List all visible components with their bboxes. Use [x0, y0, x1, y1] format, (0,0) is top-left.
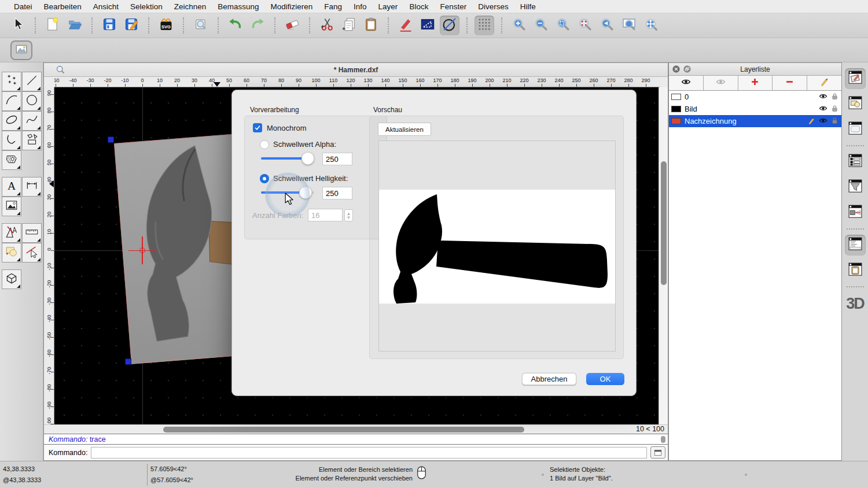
tool-polygon-button[interactable] [22, 131, 42, 150]
export-svg-button[interactable]: SVG [156, 16, 176, 35]
selection-handle-top-left[interactable] [108, 136, 114, 143]
alpha-threshold-field[interactable] [322, 153, 352, 165]
layer-color-swatch[interactable] [671, 118, 681, 124]
menu-bemassung[interactable]: Bemassung [212, 2, 264, 11]
layer-lock-icon[interactable] [830, 104, 839, 114]
vertical-scrollbar[interactable] [659, 87, 668, 424]
layer-list-panel-button[interactable] [845, 68, 866, 89]
menu-ansicht[interactable]: Ansicht [87, 2, 124, 11]
projection-panel-button[interactable] [845, 202, 866, 223]
filter-panel-button[interactable] [845, 177, 866, 198]
clipboard-panel-button[interactable] [845, 260, 866, 281]
open-file-button[interactable] [65, 16, 84, 35]
pan-button[interactable] [641, 16, 661, 35]
image-tool-button[interactable] [10, 40, 32, 60]
horizontal-scrollbar-thumb[interactable] [163, 427, 524, 432]
layer-lock-icon[interactable] [830, 116, 839, 127]
alpha-threshold-radio[interactable] [260, 140, 269, 149]
tool-image-button[interactable] [2, 197, 21, 216]
edit-layer-button[interactable] [807, 76, 841, 90]
layer-color-swatch[interactable] [671, 94, 681, 100]
tool-construction-button[interactable] [2, 223, 21, 243]
ok-button[interactable]: OK [586, 373, 624, 385]
undo-button[interactable] [226, 16, 245, 35]
redo-button[interactable] [248, 16, 267, 35]
zoom-fit-button[interactable] [553, 16, 573, 35]
layer-lock-icon[interactable] [830, 92, 839, 102]
menu-datei[interactable]: Datei [8, 2, 38, 11]
update-preview-button[interactable]: Aktualisieren [378, 123, 431, 136]
new-document-button[interactable] [43, 16, 62, 35]
layer-row-nachzeichnung[interactable]: Nachzeichnung [669, 115, 841, 127]
command-input[interactable] [91, 447, 647, 459]
tool-polyline-button[interactable] [2, 131, 21, 150]
tool-ellipse-button[interactable] [2, 111, 21, 131]
layer-panel-titlebar[interactable]: Layerliste [669, 63, 841, 76]
grid-settings-button[interactable] [475, 16, 494, 35]
show-all-eye-button[interactable] [669, 76, 704, 90]
zoom-previous-button[interactable] [597, 16, 617, 35]
vertical-scrollbar-thumb[interactable] [661, 161, 667, 285]
layer-visibility-icon[interactable] [819, 104, 827, 114]
copy-button[interactable] [339, 16, 359, 35]
menu-layer[interactable]: Layer [373, 2, 404, 11]
save-button[interactable] [100, 16, 119, 35]
menu-block[interactable]: Block [403, 2, 434, 11]
menu-selektion[interactable]: Selektion [124, 2, 168, 11]
brightness-threshold-radio[interactable] [260, 174, 269, 183]
tool-measure-button[interactable] [22, 223, 42, 243]
remove-layer-button[interactable] [773, 76, 807, 90]
select-area-button[interactable] [418, 16, 437, 35]
menu-info[interactable]: Info [348, 2, 373, 11]
zoom-out-button[interactable] [531, 16, 551, 35]
paste-button[interactable] [361, 16, 381, 35]
menu-modifizieren[interactable]: Modifizieren [265, 2, 319, 11]
monochrome-checkbox[interactable] [253, 123, 262, 132]
save-as-button[interactable] [122, 16, 141, 35]
layer-row-0[interactable]: 0 [669, 91, 841, 103]
tool-line-button[interactable] [22, 72, 42, 91]
cancel-button[interactable]: Abbrechen [522, 373, 576, 385]
menu-zeichnen[interactable]: Zeichnen [168, 2, 212, 11]
zoom-window-button[interactable] [619, 16, 639, 35]
layer-visibility-icon[interactable] [819, 116, 827, 127]
print-preview-button[interactable] [191, 16, 211, 35]
tool-text-button[interactable]: A [2, 177, 21, 197]
cursor-button[interactable] [8, 16, 28, 35]
selection-handle-bottom-left[interactable] [125, 358, 131, 365]
draw-pencil-button[interactable] [396, 16, 415, 35]
zoom-in-button[interactable] [509, 16, 529, 35]
eraser-button[interactable] [282, 16, 302, 35]
tool-box-3d-button[interactable] [2, 269, 21, 289]
tool-circle-button[interactable] [22, 91, 42, 111]
layer-row-bild[interactable]: Bild [669, 103, 841, 115]
list-panel-button[interactable] [845, 151, 866, 172]
brightness-threshold-field[interactable] [322, 187, 352, 199]
horizontal-scrollbar[interactable]: 10 < 100 [44, 424, 668, 434]
trace-button[interactable] [440, 16, 459, 35]
zoom-selection-button[interactable] [575, 16, 595, 35]
menu-diverses[interactable]: Diverses [472, 2, 514, 11]
tool-point-button[interactable] [2, 72, 21, 91]
menu-bearbeiten[interactable]: Bearbeiten [38, 2, 87, 11]
command-history-scrollbar-thumb[interactable] [661, 436, 665, 443]
cut-button[interactable] [317, 16, 337, 35]
alpha-slider-knob[interactable] [301, 152, 314, 165]
layer-color-swatch[interactable] [671, 106, 681, 112]
3d-mode-button[interactable]: 3D [846, 295, 864, 313]
command-panel-button[interactable] [845, 235, 866, 256]
objects-panel-button[interactable] [845, 94, 866, 114]
tool-shape-button[interactable] [2, 243, 21, 263]
tool-hatch-button[interactable] [2, 150, 21, 170]
alpha-threshold-slider[interactable] [261, 152, 314, 165]
hide-all-eye-button[interactable] [704, 76, 738, 90]
menu-fang[interactable]: Fang [318, 2, 348, 11]
menu-fenster[interactable]: Fenster [434, 2, 472, 11]
blank-panel-button[interactable] [845, 119, 866, 140]
close-panel-icon[interactable] [672, 65, 681, 76]
tool-arc-button[interactable] [2, 91, 21, 111]
brightness-slider-knob[interactable] [299, 186, 312, 199]
tool-dimension-button[interactable] [22, 177, 42, 197]
document-titlebar[interactable]: * Hammer.dxf [44, 63, 668, 77]
add-layer-button[interactable] [738, 76, 773, 90]
